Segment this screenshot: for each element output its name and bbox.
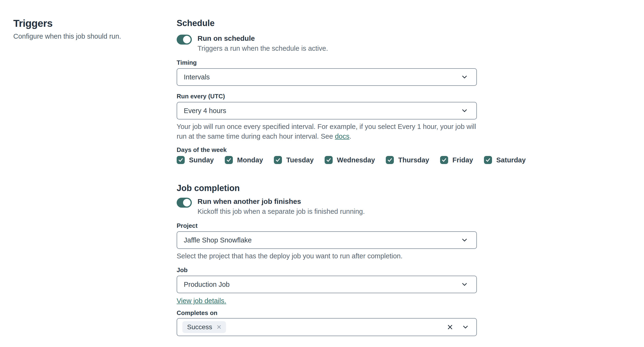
job-field: Job Production Job View job details. [177,266,477,305]
checkbox-checked-icon[interactable] [386,156,394,164]
timing-select-value: Intervals [184,73,210,81]
selected-tag-success: Success ✕ [182,321,226,333]
run-every-label: Run every (UTC) [177,92,477,100]
completes-on-label: Completes on [177,309,477,317]
checkbox-checked-icon[interactable] [225,156,233,164]
day-label: Monday [237,156,263,164]
toggle-knob [183,36,191,43]
triggers-section-descriptor: Triggers Configure when this job should … [13,17,160,41]
view-job-details-link[interactable]: View job details. [177,297,226,305]
tag-label: Success [187,323,212,331]
run-every-field: Run every (UTC) Every 4 hours Your job w… [177,92,477,141]
run-every-select[interactable]: Every 4 hours [177,102,477,119]
schedule-heading: Schedule [177,18,477,28]
run-every-help-text: Your job will run once every specified i… [177,122,477,141]
project-field: Project Jaffle Shop Snowflake Select the… [177,222,477,261]
days-of-week-field: Days of the week Sunday Monday Tuesday W… [177,146,477,164]
project-select-value: Jaffle Shop Snowflake [184,236,252,244]
run-on-schedule-text: Run on schedule Triggers a run when the … [198,34,328,53]
chevron-down-icon [461,281,468,288]
run-when-finishes-label: Run when another job finishes [198,197,365,206]
checkbox-checked-icon[interactable] [324,156,333,164]
docs-link[interactable]: docs [335,132,349,140]
checkbox-checked-icon[interactable] [177,156,185,164]
day-checkbox-sunday[interactable]: Sunday [177,156,214,164]
days-of-week-row: Sunday Monday Tuesday Wednesday Thursday… [177,156,477,164]
checkbox-checked-icon[interactable] [440,156,448,164]
run-when-finishes-row: Run when another job finishes Kickoff th… [177,197,477,216]
checkbox-checked-icon[interactable] [484,156,492,164]
completes-on-multiselect[interactable]: Success ✕ [177,318,477,336]
day-checkbox-tuesday[interactable]: Tuesday [274,156,314,164]
help-text-before: Your job will run once every specified i… [177,123,476,140]
chevron-down-icon[interactable] [462,323,469,331]
day-checkbox-thursday[interactable]: Thursday [386,156,429,164]
days-of-week-label: Days of the week [177,146,477,154]
toggle-knob [183,199,191,206]
day-checkbox-monday[interactable]: Monday [225,156,263,164]
project-help-text: Select the project that has the deploy j… [177,251,477,261]
timing-field: Timing Intervals [177,59,477,86]
day-label: Tuesday [286,156,314,164]
project-select[interactable]: Jaffle Shop Snowflake [177,231,477,249]
page-title: Triggers [13,17,160,29]
chevron-down-icon [461,73,468,81]
day-checkbox-wednesday[interactable]: Wednesday [324,156,375,164]
multiselect-controls [446,323,469,331]
day-checkbox-saturday[interactable]: Saturday [484,156,526,164]
job-label: Job [177,266,477,274]
day-label: Sunday [189,156,214,164]
run-when-finishes-text: Run when another job finishes Kickoff th… [198,197,365,216]
help-text-after: . [350,132,352,140]
job-select[interactable]: Production Job [177,276,477,293]
day-label: Friday [452,156,473,164]
triggers-form: Schedule Run on schedule Triggers a run … [177,18,477,336]
page-description: Configure when this job should run. [13,32,160,41]
timing-label: Timing [177,59,477,66]
run-on-schedule-label: Run on schedule [198,34,328,43]
run-every-select-value: Every 4 hours [184,107,226,115]
run-on-schedule-description: Triggers a run when the schedule is acti… [198,44,328,53]
chevron-down-icon [461,236,468,244]
timing-select[interactable]: Intervals [177,68,477,86]
chevron-down-icon [461,107,468,114]
day-label: Thursday [398,156,429,164]
job-select-value: Production Job [184,281,230,289]
clear-all-icon[interactable] [446,324,454,331]
project-label: Project [177,222,477,229]
run-when-finishes-toggle[interactable] [177,198,192,208]
run-on-schedule-row: Run on schedule Triggers a run when the … [177,34,477,53]
day-checkbox-friday[interactable]: Friday [440,156,473,164]
run-on-schedule-toggle[interactable] [177,35,192,44]
completes-on-field: Completes on Success ✕ [177,309,477,336]
day-label: Saturday [496,156,526,164]
job-completion-heading: Job completion [177,183,477,193]
day-label: Wednesday [337,156,375,164]
checkbox-checked-icon[interactable] [274,156,282,164]
tag-remove-icon[interactable]: ✕ [216,324,222,330]
run-when-finishes-description: Kickoff this job when a separate job is … [198,207,365,216]
